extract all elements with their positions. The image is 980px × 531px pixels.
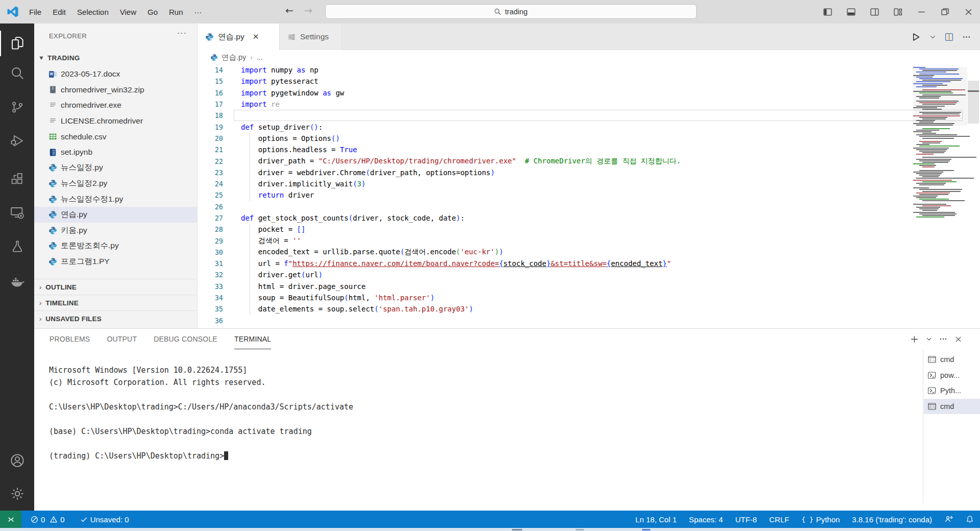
- file-item[interactable]: chromedriver.exe: [34, 98, 197, 113]
- menu-view[interactable]: View: [114, 8, 142, 16]
- activity-settings-icon[interactable]: [0, 481, 34, 506]
- activity-testing-icon[interactable]: [0, 234, 34, 259]
- python-interpreter[interactable]: 3.8.16 ('trading': conda): [852, 515, 932, 524]
- panel-tab-problems[interactable]: PROBLEMS: [50, 329, 90, 349]
- file-item[interactable]: 키움.py: [34, 223, 197, 238]
- code-line-36[interactable]: 36: [198, 315, 980, 326]
- editor-scrollbar[interactable]: [968, 81, 979, 124]
- section-timeline[interactable]: ›TIMELINE: [34, 295, 197, 310]
- run-python-file-icon[interactable]: [911, 32, 921, 42]
- eol-sequence[interactable]: CRLF: [769, 515, 789, 524]
- menu-more[interactable]: ···: [189, 8, 208, 16]
- code-line-20[interactable]: 20 options = Options(): [198, 133, 980, 144]
- code-line-35[interactable]: 35 date_elements = soup.select('span.tah…: [198, 303, 980, 315]
- panel-tab-debug-console[interactable]: DEBUG CONSOLE: [154, 329, 217, 349]
- folder-header-trading[interactable]: ▼ TRADING: [34, 51, 197, 65]
- file-item[interactable]: chromedriver_win32.zip: [34, 82, 197, 98]
- code-line-15[interactable]: 15import pytesseract: [198, 76, 980, 87]
- code-line-16[interactable]: 16import pygetwindow as gw: [198, 87, 980, 99]
- code-line-14[interactable]: 14import numpy as np: [198, 64, 980, 76]
- split-editor-icon[interactable]: [945, 33, 953, 41]
- activity-source-control-icon[interactable]: [0, 94, 34, 120]
- code-line-26[interactable]: 26: [198, 201, 980, 212]
- close-window-button[interactable]: [957, 0, 980, 23]
- remote-indicator[interactable]: [0, 511, 21, 528]
- panel-tab-output[interactable]: OUTPUT: [107, 329, 137, 349]
- restore-button[interactable]: [933, 0, 957, 23]
- close-panel-icon[interactable]: [954, 335, 962, 343]
- code-line-24[interactable]: 24 driver.implicitly_wait(3): [198, 178, 980, 189]
- more-actions-icon[interactable]: [962, 33, 971, 41]
- section-unsaved-files[interactable]: ›UNSAVED FILES: [34, 310, 197, 326]
- tab-settings[interactable]: Settings: [280, 23, 342, 50]
- code-line-34[interactable]: 34 soup = BeautifulSoup(html, 'html.pars…: [198, 292, 980, 303]
- menu-file[interactable]: File: [23, 8, 47, 16]
- explorer-more-icon[interactable]: ···: [177, 29, 187, 38]
- file-item[interactable]: 뉴스일정수정1.py: [34, 191, 197, 207]
- file-item[interactable]: schedule.csv: [34, 129, 197, 144]
- toggle-secondary-sidebar-icon[interactable]: [863, 0, 886, 23]
- panel-tab-terminal[interactable]: TERMINAL: [234, 329, 271, 349]
- terminal-instance-Pyth[interactable]: Pyth...: [924, 383, 980, 399]
- new-terminal-icon[interactable]: [910, 335, 919, 344]
- menu-edit[interactable]: Edit: [47, 8, 71, 16]
- terminal-instance-cmd[interactable]: C:\cmd: [924, 399, 980, 415]
- search-input[interactable]: trading: [325, 4, 697, 19]
- errors-warnings[interactable]: 0 0: [31, 515, 65, 524]
- file-item[interactable]: LICENSE.chromedriver: [34, 113, 197, 129]
- code-line-23[interactable]: 23 driver = webdriver.Chrome(driver_path…: [198, 167, 980, 178]
- breadcrumb[interactable]: 연습.py › ...: [198, 50, 980, 64]
- activity-docker-icon[interactable]: [0, 270, 34, 295]
- code-line-30[interactable]: 30 encoded_text = urllib.parse.quote(검색어…: [198, 247, 980, 258]
- panel-more-icon[interactable]: [939, 335, 947, 343]
- terminal-dropdown-icon[interactable]: [926, 336, 932, 342]
- file-item[interactable]: 토론방조회수.py: [34, 238, 197, 254]
- back-arrow[interactable]: ←: [285, 5, 293, 16]
- tab-practice-py[interactable]: 연습.py ✕: [198, 23, 280, 50]
- code-line-29[interactable]: 29 검색어 = '': [198, 235, 980, 246]
- toggle-sidebar-icon[interactable]: [816, 0, 839, 23]
- language-mode[interactable]: { } Python: [801, 515, 840, 524]
- file-item[interactable]: 뉴스일정2.py: [34, 176, 197, 191]
- file-item[interactable]: 2023-05-17.docx: [34, 66, 197, 82]
- feedback-icon[interactable]: [944, 515, 953, 523]
- forward-arrow[interactable]: →: [304, 5, 312, 16]
- section-outline[interactable]: ›OUTLINE: [34, 279, 197, 295]
- minimap[interactable]: [913, 67, 967, 220]
- code-line-27[interactable]: 27def get_stock_post_counts(driver, stoc…: [198, 212, 980, 224]
- unsaved-status[interactable]: Unsaved: 0: [80, 515, 129, 524]
- customize-layout-icon[interactable]: [886, 0, 910, 23]
- code-line-17[interactable]: 17import re: [198, 99, 980, 110]
- code-line-21[interactable]: 21 options.headless = True: [198, 144, 980, 155]
- close-tab-icon[interactable]: ✕: [253, 32, 259, 41]
- code-line-28[interactable]: 28 pocket = []: [198, 224, 980, 235]
- code-line-33[interactable]: 33 html = driver.page_source: [198, 281, 980, 292]
- terminal-output[interactable]: Microsoft Windows [Version 10.0.22624.17…: [49, 364, 353, 462]
- file-item[interactable]: 뉴스일정.py: [34, 160, 197, 176]
- activity-explorer-icon[interactable]: [0, 31, 34, 56]
- code-line-32[interactable]: 32 driver.get(url): [198, 269, 980, 280]
- file-item[interactable]: 연습.py: [34, 207, 197, 223]
- minimize-button[interactable]: [910, 0, 933, 23]
- menu-run[interactable]: Run: [163, 8, 189, 16]
- file-item[interactable]: 프로그램1.PY: [34, 254, 197, 270]
- file-item[interactable]: set.ipynb: [34, 144, 197, 160]
- code-area[interactable]: 14import numpy as np15import pytesseract…: [198, 64, 980, 326]
- menu-selection[interactable]: Selection: [71, 8, 114, 16]
- code-line-22[interactable]: 22 driver_path = "C:/Users/HP/Desktop/tr…: [198, 155, 980, 166]
- indentation[interactable]: Spaces: 4: [689, 515, 723, 524]
- terminal-instance-cmd[interactable]: C:\cmd: [924, 352, 980, 368]
- code-line-18[interactable]: 18: [198, 110, 980, 121]
- code-line-25[interactable]: 25 return driver: [198, 189, 980, 201]
- activity-run-and-debug-icon[interactable]: [0, 129, 34, 154]
- cursor-position[interactable]: Ln 18, Col 1: [635, 515, 677, 524]
- code-line-31[interactable]: 31 url = f"https://finance.naver.com/ite…: [198, 258, 980, 269]
- code-line-19[interactable]: 19def setup_driver():: [198, 121, 980, 132]
- encoding[interactable]: UTF-8: [735, 515, 757, 524]
- run-dropdown-icon[interactable]: [929, 34, 936, 40]
- activity-search-icon[interactable]: [0, 60, 34, 86]
- activity-extensions-icon[interactable]: [0, 166, 34, 191]
- activity-remote-explorer-icon[interactable]: [0, 200, 34, 226]
- notifications-bell-icon[interactable]: [966, 515, 974, 523]
- toggle-panel-icon[interactable]: [839, 0, 863, 23]
